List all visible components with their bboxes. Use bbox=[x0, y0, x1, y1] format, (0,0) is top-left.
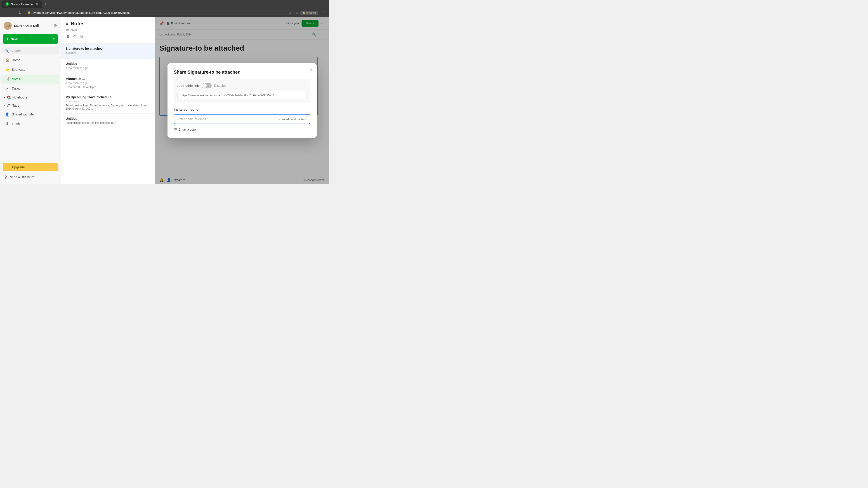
filter-button[interactable]: ⚗ bbox=[72, 34, 77, 40]
shareable-link-input[interactable] bbox=[178, 91, 307, 99]
avatar: LD bbox=[4, 22, 12, 30]
address-bar[interactable] bbox=[33, 11, 287, 14]
sidebar-item-notes[interactable]: 📝 Notes bbox=[1, 74, 59, 84]
incognito-badge: 🕵 Incognito bbox=[301, 11, 318, 15]
note-meta: 1 hour ago bbox=[66, 100, 150, 103]
user-profile[interactable]: LD Lauren Dale Deli ⚙ bbox=[0, 20, 61, 32]
notes-count: 10 notes bbox=[66, 28, 150, 31]
active-tab[interactable]: E Notes - Evernote ✕ bbox=[2, 0, 41, 8]
main-content: 📌 📓 First Notebook Only you Share ··· La… bbox=[155, 17, 329, 184]
sidebar-item-shared[interactable]: 👤 Shared with Me bbox=[1, 110, 59, 119]
upgrade-button[interactable]: ⚡ Upgrade bbox=[3, 163, 58, 171]
note-title: My Upcoming Travel Schedule bbox=[66, 95, 150, 99]
home-icon: 🏠 bbox=[5, 58, 9, 62]
note-meta: a few minutes ago bbox=[66, 66, 150, 70]
shared-icon: 👤 bbox=[5, 112, 9, 117]
sidebar-item-label: Shortcuts bbox=[12, 68, 25, 71]
shareable-link-header: Shareable link Disabled bbox=[178, 83, 307, 88]
note-title: Minutes of ... bbox=[66, 77, 150, 80]
shareable-link-label: Shareable link bbox=[178, 84, 199, 88]
help-icon: ❓ bbox=[4, 175, 7, 179]
dialog-title: Share Signature-to be attached bbox=[174, 70, 310, 75]
invite-input-row: Can edit and invite ▾ bbox=[174, 114, 310, 124]
app-container: LD Lauren Dale Deli ⚙ + New ▾ 🔍 Search 🏠… bbox=[0, 17, 329, 184]
sidebar-item-label: Tasks bbox=[12, 87, 20, 90]
chevron-down-icon: ▾ bbox=[53, 37, 55, 41]
sidebar-item-label: Trash bbox=[12, 122, 20, 126]
sidebar-item-notebooks[interactable]: ▸ 📚 Notebooks bbox=[0, 93, 61, 101]
note-item-1[interactable]: Untitled a few minutes ago bbox=[61, 59, 155, 74]
note-item-4[interactable]: Untitled About this template Use this te… bbox=[61, 113, 155, 128]
back-button[interactable]: ← bbox=[3, 10, 9, 15]
lock-icon: 🔒 bbox=[27, 11, 31, 14]
sidebar-item-label: Notes bbox=[12, 77, 20, 81]
sort-button[interactable]: ⇅ bbox=[66, 34, 70, 40]
upgrade-label: Upgrade bbox=[12, 165, 25, 169]
sidebar-item-label: Tags bbox=[12, 104, 19, 107]
notebooks-icon: 📚 bbox=[6, 95, 11, 100]
permission-dropdown[interactable]: Can edit and invite ▾ bbox=[276, 118, 310, 121]
shareable-link-section: Shareable link Disabled bbox=[174, 79, 310, 103]
share-dialog: Share Signature-to be attached × Shareab… bbox=[167, 63, 317, 138]
note-item-2[interactable]: Minutes of ... a few minutes ago Recorde… bbox=[61, 74, 155, 92]
permission-chevron-icon: ▾ bbox=[305, 118, 307, 121]
star-icon: ⭐ bbox=[5, 67, 9, 72]
note-item-3[interactable]: My Upcoming Travel Schedule 1 hour ago T… bbox=[61, 92, 155, 113]
reload-button[interactable]: ↻ bbox=[17, 10, 23, 16]
sidebar-item-tags[interactable]: ▸ 🏷 Tags bbox=[0, 101, 61, 109]
note-item-0[interactable]: Signature-to be attached Just now bbox=[61, 43, 155, 59]
browser-actions: ⊞ 🕵 Incognito ⋮ bbox=[296, 10, 327, 16]
sidebar-item-label: Notebooks bbox=[12, 96, 28, 99]
notes-title: ≡ Notes bbox=[66, 21, 150, 27]
settings-button[interactable]: ⚙ bbox=[54, 23, 57, 28]
note-title: Untitled bbox=[66, 62, 150, 66]
browser-tab-bar: E Notes - Evernote ✕ + bbox=[0, 0, 329, 8]
note-title: Signature-to be attached bbox=[66, 47, 150, 51]
email-copy-row[interactable]: ✉ Email a copy bbox=[174, 127, 310, 131]
sidebar-item-label: Shared with Me bbox=[12, 112, 34, 116]
new-tab-button[interactable]: + bbox=[42, 1, 49, 7]
browser-menu-button[interactable]: ⋮ bbox=[320, 10, 327, 16]
toggle-knob bbox=[202, 84, 207, 88]
nav-controls: ← → ↻ bbox=[3, 10, 23, 16]
notes-icon: 📝 bbox=[5, 77, 9, 81]
chevron-right-icon: ▸ bbox=[4, 104, 5, 107]
invite-label: Invite someone bbox=[174, 107, 310, 111]
invite-section: Invite someone Can edit and invite ▾ ✉ E… bbox=[174, 107, 310, 131]
notes-header: ≡ Notes 10 notes ⇅ ⚗ ⊞ bbox=[61, 17, 155, 43]
note-meta: Just now bbox=[66, 51, 150, 55]
search-label: Search bbox=[11, 49, 21, 53]
help-item[interactable]: ❓ Need a little help? bbox=[0, 173, 61, 181]
tab-close-button[interactable]: ✕ bbox=[36, 2, 38, 6]
tasks-icon: ✓ bbox=[5, 86, 9, 91]
sidebar-search[interactable]: 🔍 Search bbox=[1, 47, 59, 55]
tab-title: Notes - Evernote bbox=[11, 2, 33, 6]
note-preview: Travel destinations: Alaska, America, De… bbox=[66, 104, 150, 110]
forward-button[interactable]: → bbox=[10, 10, 16, 15]
user-name: Lauren Dale Deli bbox=[14, 24, 51, 28]
chevron-right-icon: ▸ bbox=[4, 96, 5, 99]
new-button-label: New bbox=[11, 37, 18, 41]
star-icon[interactable]: ☆ bbox=[288, 11, 291, 14]
sidebar-item-home[interactable]: 🏠 Home bbox=[1, 56, 59, 65]
view-toggle-button[interactable]: ⊞ bbox=[79, 34, 84, 40]
shareable-link-toggle[interactable] bbox=[202, 83, 212, 88]
invite-input[interactable] bbox=[174, 115, 276, 124]
notes-list: ≡ Notes 10 notes ⇅ ⚗ ⊞ Signature-to be a… bbox=[61, 17, 155, 184]
note-meta: a few minutes ago bbox=[66, 82, 150, 85]
new-button[interactable]: + New ▾ bbox=[3, 34, 58, 43]
dialog-close-button[interactable]: × bbox=[310, 67, 313, 72]
sidebar-item-tasks[interactable]: ✓ Tasks bbox=[1, 84, 59, 93]
plus-icon: + bbox=[6, 37, 9, 41]
note-preview: About this template Use this template as… bbox=[66, 121, 150, 125]
email-copy-label: Email a copy bbox=[179, 128, 197, 131]
extension-icon[interactable]: ⊞ bbox=[296, 11, 299, 14]
sidebar-item-shortcuts[interactable]: ⭐ Shortcuts bbox=[1, 65, 59, 74]
address-bar-container[interactable]: 🔒 ☆ bbox=[25, 10, 294, 15]
email-icon: ✉ bbox=[174, 127, 177, 131]
tab-favicon: E bbox=[5, 2, 9, 6]
sidebar: LD Lauren Dale Deli ⚙ + New ▾ 🔍 Search 🏠… bbox=[0, 17, 61, 184]
sidebar-item-trash[interactable]: 🗑 Trash bbox=[1, 119, 59, 128]
help-label: Need a little help? bbox=[10, 175, 35, 179]
upgrade-icon: ⚡ bbox=[6, 165, 10, 169]
